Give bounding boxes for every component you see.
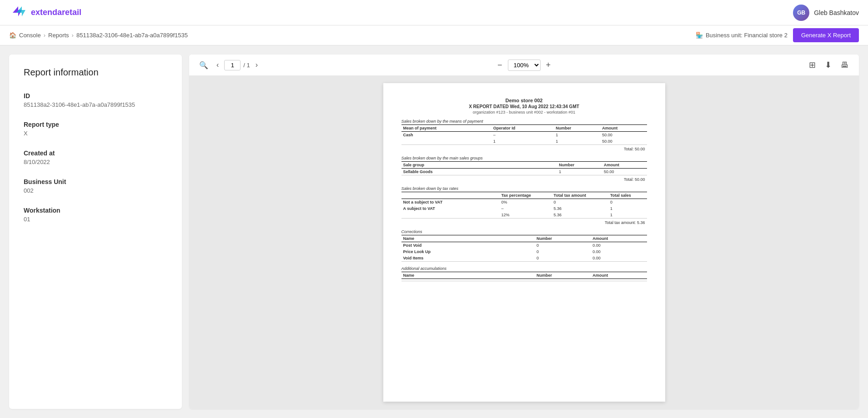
table-row: Sellable Goods150.00 (401, 169, 647, 175)
zoom-in-button[interactable]: + (543, 59, 554, 72)
breadcrumb: 🏠 Console › Reports › 851138a2-3106-48e1… (9, 32, 188, 39)
section3-col1 (401, 192, 500, 199)
field-id: ID 851138a2-3106-48e1-ab7a-a0a7899f1535 (24, 92, 167, 108)
zoom-out-button[interactable]: − (495, 59, 505, 72)
business-unit-label: 🏪 Business unit: Financial store 2 (696, 32, 788, 39)
section2-col2 (549, 162, 557, 169)
section4-col3: Number (535, 235, 591, 242)
table-row: 1150.00 (401, 138, 647, 145)
section2-col1: Sale group (401, 162, 549, 169)
page-separator: / 1 (243, 62, 250, 69)
section1-label: Sales broken down by the means of paymen… (401, 119, 647, 124)
logo-text: extendaretail (31, 8, 81, 17)
section5-table: Name Number Amount (401, 272, 647, 281)
breadcrumb-home[interactable]: Console (19, 32, 41, 39)
section3-total: Total tax amount: 5.36 (401, 220, 647, 225)
section3-col4: Total sales (608, 192, 647, 199)
breadcrumb-bar: 🏠 Console › Reports › 851138a2-3106-48e1… (0, 25, 868, 45)
prev-page-button[interactable]: ‹ (214, 59, 221, 71)
main-content: Report information ID 851138a2-3106-48e1… (0, 45, 868, 418)
table-row: Post Void00.00 (401, 242, 647, 249)
section5-col2 (524, 272, 535, 279)
field-id-label: ID (24, 92, 167, 100)
home-icon: 🏠 (9, 32, 16, 39)
section5-label: Additional accumulations (401, 266, 647, 271)
table-row (401, 279, 647, 281)
app-header: extendaretail GB Gleb Bashkatov (0, 0, 868, 25)
field-id-value: 851138a2-3106-48e1-ab7a-a0a7899f1535 (24, 101, 167, 108)
table-row: Void Items00.00 (401, 255, 647, 262)
section2-label: Sales broken down by the main sales grou… (401, 156, 647, 160)
section4-col1: Name (401, 235, 524, 242)
logo-area: extendaretail (9, 4, 81, 22)
field-report-type: Report type X (24, 121, 167, 137)
page-number-input[interactable] (224, 60, 241, 70)
pdf-viewer: 🔍 ‹ / 1 › − 100% 75% 125% 150% + ⊞ ⬇ 🖶 (189, 55, 859, 409)
section1-table: Mean of payment Operator Id Number Amoun… (401, 124, 647, 145)
pdf-page: Demo store 002 X REPORT DATED Wed, 10 Au… (383, 83, 665, 402)
pdf-toolbar-right: ⊞ ⬇ 🖶 (636, 58, 852, 72)
logo-icon (9, 4, 27, 22)
search-button[interactable]: 🔍 (196, 59, 211, 71)
table-row: Price Look Up00.00 (401, 249, 647, 255)
section3-col2: Tax percentage (500, 192, 552, 199)
section2-table: Sale group Number Amount Sellable Goods1… (401, 161, 647, 175)
section5-col3: Number (535, 272, 591, 279)
field-created-at: Created at 8/10/2022 (24, 149, 167, 165)
section3-table: Tax percentage Total tax amount Total sa… (401, 192, 647, 219)
breadcrumb-sep1: › (44, 32, 45, 39)
zoom-select[interactable]: 100% 75% 125% 150% (508, 60, 541, 71)
section5-col4: Amount (591, 272, 647, 279)
store-icon: 🏪 (696, 32, 703, 39)
pdf-toolbar-center: − 100% 75% 125% 150% + (416, 59, 632, 72)
download-button[interactable]: ⬇ (822, 58, 834, 72)
section3-label: Sales broken down by tax rates (401, 186, 647, 191)
field-report-type-value: X (24, 130, 167, 137)
field-created-at-label: Created at (24, 149, 167, 157)
table-row: A subject to VAT–5.361 (401, 205, 647, 212)
field-created-at-value: 8/10/2022 (24, 159, 167, 165)
info-panel-title: Report information (24, 67, 167, 78)
section4-label: Corrections (401, 229, 647, 234)
section5-col1: Name (401, 272, 524, 279)
section2-col4: Amount (602, 162, 647, 169)
breadcrumb-reports[interactable]: Reports (48, 32, 69, 39)
right-actions: 🏪 Business unit: Financial store 2 Gener… (696, 28, 859, 42)
section3-col3: Total tax amount (552, 192, 608, 199)
generate-x-report-button[interactable]: Generate X Report (793, 28, 859, 42)
breadcrumb-current: 851138a2-3106-48e1-ab7a-a0a7899f1535 (76, 32, 188, 39)
breadcrumb-sep2: › (72, 32, 74, 39)
info-panel: Report information ID 851138a2-3106-48e1… (9, 55, 182, 409)
pdf-toolbar-left: 🔍 ‹ / 1 › (196, 59, 412, 71)
section4-table: Name Number Amount Post Void00.00 Price … (401, 235, 647, 262)
field-business-unit-label: Business Unit (24, 178, 167, 185)
section1-total: Total: 50.00 (401, 147, 647, 151)
user-area: GB Gleb Bashkatov (793, 5, 859, 21)
section1-col2: Operator Id (492, 125, 554, 132)
table-row: 12%5.361 (401, 212, 647, 219)
field-workstation-value: 01 (24, 216, 167, 223)
pdf-content-area[interactable]: Demo store 002 X REPORT DATED Wed, 10 Au… (189, 76, 859, 409)
report-store-name: Demo store 002 (401, 98, 647, 103)
field-workstation-label: Workstation (24, 207, 167, 214)
field-workstation: Workstation 01 (24, 207, 167, 223)
section1-col4: Amount (600, 125, 647, 132)
field-report-type-label: Report type (24, 121, 167, 128)
field-business-unit-value: 002 (24, 187, 167, 194)
user-avatar: GB (793, 5, 809, 21)
report-org-line: organization #123 - business unit #002 -… (401, 110, 647, 114)
section2-total: Total: 50.00 (401, 177, 647, 182)
table-row: Cash–150.00 (401, 132, 647, 139)
pdf-toolbar: 🔍 ‹ / 1 › − 100% 75% 125% 150% + ⊞ ⬇ 🖶 (189, 55, 859, 76)
section1-col3: Number (554, 125, 600, 132)
expand-button[interactable]: ⊞ (806, 58, 818, 72)
section4-col2 (524, 235, 535, 242)
next-page-button[interactable]: › (253, 59, 261, 71)
section4-col4: Amount (591, 235, 647, 242)
print-button[interactable]: 🖶 (838, 59, 852, 72)
field-business-unit: Business Unit 002 (24, 178, 167, 194)
user-name: Gleb Bashkatov (814, 9, 859, 16)
report-title: X REPORT DATED Wed, 10 Aug 2022 12:43:34… (401, 104, 647, 109)
table-row: Not a subject to VAT0%00 (401, 199, 647, 206)
section1-col1: Mean of payment (401, 125, 492, 132)
